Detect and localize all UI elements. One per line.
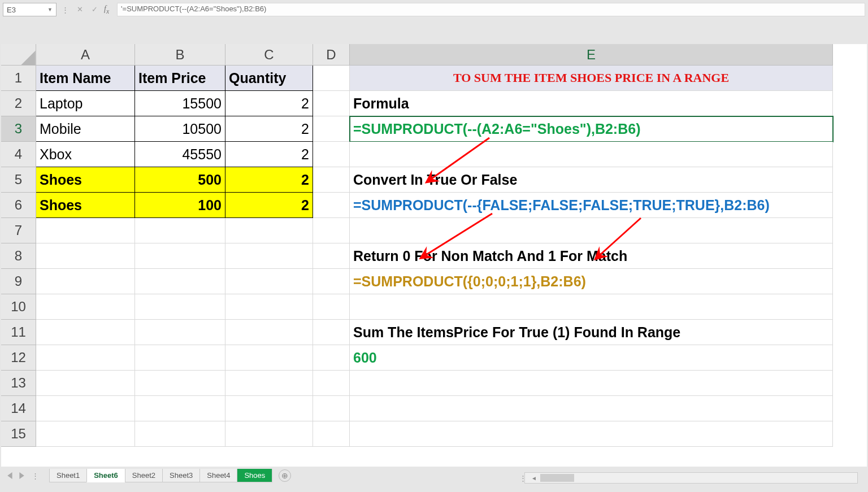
scroll-left-icon[interactable]: ◄: [529, 475, 539, 481]
row-header-12[interactable]: 12: [1, 345, 36, 371]
cell-E9[interactable]: =SUMPRODUCT({0;0;0;1;1},B2:B6): [350, 269, 833, 294]
cell-A11[interactable]: [36, 320, 135, 345]
cell-A8[interactable]: [36, 243, 135, 269]
cell-A10[interactable]: [36, 294, 135, 320]
row-header-1[interactable]: 1: [1, 66, 36, 91]
cell-E5[interactable]: Convert In True Or False: [350, 167, 833, 193]
cell-C4[interactable]: 2: [225, 142, 313, 167]
cell-A5[interactable]: Shoes: [36, 167, 135, 193]
tab-sheet2[interactable]: Sheet2: [125, 469, 163, 482]
cell-C9[interactable]: [225, 269, 313, 294]
cell-D2[interactable]: [313, 91, 350, 116]
cell-D15[interactable]: [313, 421, 350, 447]
cell-D4[interactable]: [313, 142, 350, 167]
tab-sheet6[interactable]: Sheet6: [86, 469, 125, 482]
cell-B10[interactable]: [135, 294, 225, 320]
formula-input[interactable]: '=SUMPRODUCT(--(A2:A6="Shoes"),B2:B6): [117, 3, 865, 16]
cell-C11[interactable]: [225, 320, 313, 345]
cell-E3[interactable]: =SUMPRODUCT(--(A2:A6="Shoes"),B2:B6): [350, 116, 833, 142]
cell-E14[interactable]: [350, 396, 833, 421]
cell-A7[interactable]: [36, 218, 135, 243]
tab-sheet4[interactable]: Sheet4: [199, 469, 237, 482]
col-header-A[interactable]: A: [36, 44, 135, 66]
row-header-8[interactable]: 8: [1, 243, 36, 269]
cell-B8[interactable]: [135, 243, 225, 269]
cell-E2[interactable]: Formula: [350, 91, 833, 116]
cell-D10[interactable]: [313, 294, 350, 320]
cell-A15[interactable]: [36, 421, 135, 447]
cell-C8[interactable]: [225, 243, 313, 269]
cell-D9[interactable]: [313, 269, 350, 294]
cell-A3[interactable]: Mobile: [36, 116, 135, 142]
cell-C14[interactable]: [225, 396, 313, 421]
cell-E6[interactable]: =SUMPRODUCT(--{FALSE;FALSE;FALSE;TRUE;TR…: [350, 193, 833, 218]
cell-C5[interactable]: 2: [225, 167, 313, 193]
cell-D8[interactable]: [313, 243, 350, 269]
tab-nav-prev-icon[interactable]: [7, 472, 14, 479]
col-header-B[interactable]: B: [135, 44, 225, 66]
cell-B9[interactable]: [135, 269, 225, 294]
cell-B2[interactable]: 15500: [135, 91, 225, 116]
row-header-10[interactable]: 10: [1, 294, 36, 320]
cell-E8[interactable]: Return 0 For Non Match And 1 For Match: [350, 243, 833, 269]
cell-A12[interactable]: [36, 345, 135, 371]
cell-C7[interactable]: [225, 218, 313, 243]
cell-D3[interactable]: [313, 116, 350, 142]
enter-icon[interactable]: ✓: [89, 5, 99, 15]
cell-C13[interactable]: [225, 371, 313, 396]
cell-B11[interactable]: [135, 320, 225, 345]
cell-D11[interactable]: [313, 320, 350, 345]
cell-E13[interactable]: [350, 371, 833, 396]
tab-sheet3[interactable]: Sheet3: [162, 469, 200, 482]
cell-D5[interactable]: [313, 167, 350, 193]
row-header-6[interactable]: 6: [1, 193, 36, 218]
cell-D14[interactable]: [313, 396, 350, 421]
cell-B6[interactable]: 100: [135, 193, 225, 218]
tab-shoes[interactable]: Shoes: [237, 469, 272, 482]
row-header-9[interactable]: 9: [1, 269, 36, 294]
cell-B12[interactable]: [135, 345, 225, 371]
cell-A1[interactable]: Item Name: [36, 66, 135, 91]
cell-A9[interactable]: [36, 269, 135, 294]
row-header-5[interactable]: 5: [1, 167, 36, 193]
cell-C15[interactable]: [225, 421, 313, 447]
cell-A13[interactable]: [36, 371, 135, 396]
cell-D13[interactable]: [313, 371, 350, 396]
cell-E7[interactable]: [350, 218, 833, 243]
horizontal-scrollbar[interactable]: ⋮ ◄: [524, 472, 858, 484]
cell-A4[interactable]: Xbox: [36, 142, 135, 167]
cell-E10[interactable]: [350, 294, 833, 320]
cancel-icon[interactable]: ✕: [75, 5, 85, 15]
row-header-13[interactable]: 13: [1, 371, 36, 396]
name-box-dropdown-icon[interactable]: ▼: [47, 7, 53, 12]
cell-B1[interactable]: Item Price: [135, 66, 225, 91]
cell-D7[interactable]: [313, 218, 350, 243]
fx-icon[interactable]: fx: [104, 5, 109, 15]
cell-C10[interactable]: [225, 294, 313, 320]
scroll-thumb[interactable]: [540, 474, 574, 482]
cell-C2[interactable]: 2: [225, 91, 313, 116]
cell-C1[interactable]: Quantity: [225, 66, 313, 91]
row-header-4[interactable]: 4: [1, 142, 36, 167]
cell-C3[interactable]: 2: [225, 116, 313, 142]
cell-B4[interactable]: 45550: [135, 142, 225, 167]
cell-B7[interactable]: [135, 218, 225, 243]
cell-B5[interactable]: 500: [135, 167, 225, 193]
cell-D12[interactable]: [313, 345, 350, 371]
name-box[interactable]: E3 ▼: [3, 3, 57, 16]
cell-D6[interactable]: [313, 193, 350, 218]
col-header-D[interactable]: D: [313, 44, 350, 66]
cell-C12[interactable]: [225, 345, 313, 371]
row-header-7[interactable]: 7: [1, 218, 36, 243]
row-header-14[interactable]: 14: [1, 396, 36, 421]
select-all-corner[interactable]: [1, 44, 36, 66]
cell-E15[interactable]: [350, 421, 833, 447]
add-sheet-button[interactable]: ⊕: [279, 469, 291, 482]
cell-A14[interactable]: [36, 396, 135, 421]
row-header-3[interactable]: 3: [1, 116, 36, 142]
tab-sheet1[interactable]: Sheet1: [49, 469, 87, 482]
row-header-15[interactable]: 15: [1, 421, 36, 447]
cell-C6[interactable]: 2: [225, 193, 313, 218]
cell-B13[interactable]: [135, 371, 225, 396]
cell-B14[interactable]: [135, 396, 225, 421]
